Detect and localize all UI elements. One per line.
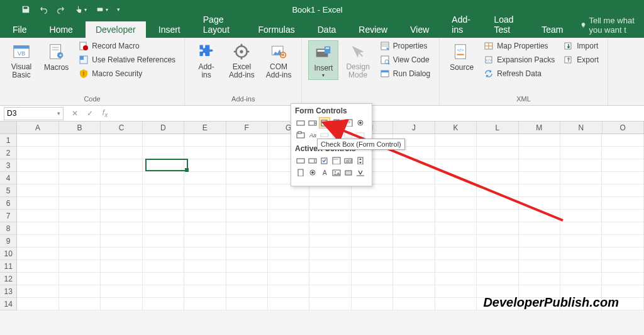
- cell[interactable]: [393, 197, 435, 210]
- cell[interactable]: [393, 273, 435, 285]
- cell[interactable]: [560, 273, 602, 285]
- fx-button[interactable]: fx: [99, 107, 111, 120]
- row-header[interactable]: 5: [0, 185, 17, 197]
- cell[interactable]: [435, 285, 477, 298]
- cell[interactable]: [519, 172, 560, 185]
- save-icon[interactable]: [21, 5, 30, 14]
- cell[interactable]: [352, 273, 393, 285]
- cell[interactable]: [226, 247, 268, 260]
- cell[interactable]: [226, 147, 268, 159]
- cell[interactable]: [560, 134, 602, 147]
- cell[interactable]: [435, 298, 477, 310]
- row-header[interactable]: 6: [0, 197, 17, 210]
- cell[interactable]: [143, 197, 184, 210]
- activex-toggle-control[interactable]: [343, 167, 354, 178]
- cell[interactable]: [184, 285, 226, 298]
- cell[interactable]: [184, 273, 226, 285]
- cell[interactable]: [393, 298, 435, 310]
- cell[interactable]: [17, 247, 58, 260]
- col-header[interactable]: O: [602, 122, 644, 133]
- row-header[interactable]: 8: [0, 222, 17, 235]
- activex-more-control[interactable]: [355, 167, 366, 178]
- cell[interactable]: [519, 147, 560, 159]
- cancel-formula-button[interactable]: ✕: [69, 107, 81, 120]
- cell[interactable]: [560, 172, 602, 185]
- cell[interactable]: [393, 185, 435, 197]
- cell[interactable]: [560, 222, 602, 235]
- cell[interactable]: [602, 298, 643, 310]
- cell[interactable]: [226, 134, 268, 147]
- cell[interactable]: [602, 134, 643, 147]
- cell[interactable]: [435, 197, 477, 210]
- cell[interactable]: [477, 147, 518, 159]
- cell[interactable]: [59, 172, 101, 185]
- cell[interactable]: [393, 172, 435, 185]
- qat-customize-icon[interactable]: ▾: [117, 6, 120, 13]
- col-header[interactable]: D: [143, 122, 184, 133]
- cell[interactable]: [101, 260, 142, 273]
- cell[interactable]: [602, 260, 643, 273]
- form-button-control[interactable]: [295, 117, 306, 128]
- touch-mode-icon[interactable]: ▾: [74, 5, 87, 14]
- cell[interactable]: [184, 172, 226, 185]
- cell[interactable]: [352, 260, 393, 273]
- cell[interactable]: [435, 260, 477, 273]
- form-listbox-control[interactable]: [343, 117, 354, 128]
- cell[interactable]: [309, 197, 351, 210]
- cell[interactable]: [435, 185, 477, 197]
- cell[interactable]: [17, 260, 58, 273]
- insert-controls-button[interactable]: Insert ▾: [308, 40, 338, 80]
- cell[interactable]: [101, 172, 142, 185]
- cell[interactable]: [477, 134, 518, 147]
- cell[interactable]: [101, 147, 142, 159]
- row-header[interactable]: 9: [0, 235, 17, 247]
- col-header[interactable]: E: [184, 122, 226, 133]
- cell[interactable]: [143, 159, 184, 172]
- cell[interactable]: [184, 134, 226, 147]
- cell[interactable]: [17, 172, 58, 185]
- col-header[interactable]: N: [560, 122, 602, 133]
- enter-formula-button[interactable]: ✓: [84, 107, 96, 120]
- cell[interactable]: [393, 285, 435, 298]
- cell[interactable]: [101, 159, 142, 172]
- cell[interactable]: [602, 222, 643, 235]
- refresh-data-button[interactable]: Refresh Data: [481, 68, 557, 79]
- cell[interactable]: [184, 147, 226, 159]
- cell[interactable]: [393, 210, 435, 222]
- cell[interactable]: [435, 210, 477, 222]
- cell[interactable]: [352, 235, 393, 247]
- cell[interactable]: [59, 185, 101, 197]
- cell[interactable]: [602, 197, 643, 210]
- select-all-corner[interactable]: [0, 122, 17, 133]
- activex-listbox-control[interactable]: [331, 155, 342, 166]
- col-header[interactable]: K: [435, 122, 477, 133]
- cell[interactable]: [435, 247, 477, 260]
- cell[interactable]: [435, 172, 477, 185]
- cell[interactable]: [477, 197, 518, 210]
- col-header[interactable]: C: [101, 122, 142, 133]
- cell[interactable]: [184, 159, 226, 172]
- row-header[interactable]: 4: [0, 172, 17, 185]
- cell[interactable]: [435, 273, 477, 285]
- cell[interactable]: [309, 222, 351, 235]
- col-header[interactable]: B: [59, 122, 101, 133]
- row-header[interactable]: 2: [0, 147, 17, 159]
- row-header[interactable]: 1: [0, 134, 17, 147]
- cell[interactable]: [560, 210, 602, 222]
- cell[interactable]: [143, 185, 184, 197]
- cell[interactable]: [602, 210, 643, 222]
- view-code-button[interactable]: View Code: [377, 54, 433, 65]
- cell[interactable]: [226, 285, 268, 298]
- cell[interactable]: [143, 210, 184, 222]
- cell[interactable]: [59, 147, 101, 159]
- cell[interactable]: [184, 210, 226, 222]
- cell[interactable]: [519, 298, 560, 310]
- cell[interactable]: [602, 235, 643, 247]
- cell[interactable]: [184, 235, 226, 247]
- cell[interactable]: [184, 197, 226, 210]
- cell[interactable]: [602, 159, 643, 172]
- cell[interactable]: [101, 273, 142, 285]
- col-header[interactable]: M: [519, 122, 560, 133]
- cell[interactable]: [602, 172, 643, 185]
- cell[interactable]: [560, 159, 602, 172]
